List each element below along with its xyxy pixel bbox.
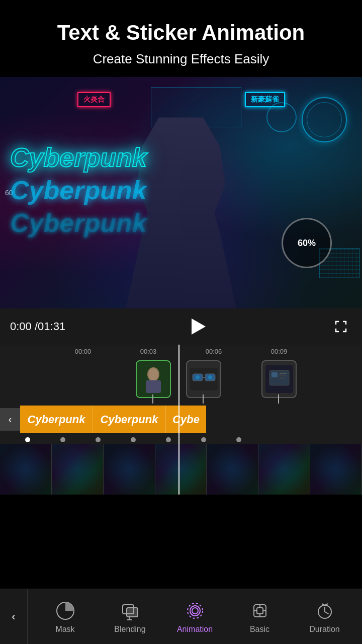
animation-label: Animation <box>177 625 213 634</box>
page-subtitle: Create Stunning Effects Easily <box>10 51 352 67</box>
animation-icon <box>184 600 206 622</box>
hud-circle-large <box>302 97 347 142</box>
basic-icon <box>249 600 271 622</box>
dot-5 <box>166 437 171 442</box>
play-icon <box>192 318 206 335</box>
nav-back-button[interactable]: ‹ <box>0 589 28 645</box>
fullscreen-button[interactable] <box>330 315 352 338</box>
svg-point-9 <box>208 375 212 379</box>
toolbar-item-blending[interactable]: Blending <box>110 600 150 634</box>
connector-3 <box>278 394 279 404</box>
film-frame-7 <box>310 444 362 495</box>
svg-rect-25 <box>257 608 263 614</box>
toolbar-items: Mask Blending A <box>28 600 362 634</box>
svg-point-2 <box>148 368 158 380</box>
page-title: Text & Sticker Animation <box>10 20 352 45</box>
percent-value: 60% <box>298 238 316 249</box>
sticker-thumb-1 <box>138 364 168 394</box>
text-block-1[interactable]: Cyberpunk <box>20 406 93 433</box>
sticker-track <box>0 358 362 404</box>
sticker-2[interactable] <box>186 360 221 398</box>
dot-6 <box>201 437 206 442</box>
header-section: Text & Sticker Animation Create Stunning… <box>0 0 362 77</box>
bottom-toolbar: ‹ Mask Blending <box>0 589 362 644</box>
text-block-2[interactable]: Cyberpunk <box>93 406 166 433</box>
fullscreen-icon <box>334 319 348 334</box>
svg-rect-3 <box>146 380 161 393</box>
filmstrip <box>0 444 362 495</box>
duration-icon <box>314 600 336 622</box>
dot-7 <box>236 437 241 442</box>
sticker-thumb-3 <box>264 364 294 394</box>
svg-point-8 <box>196 375 200 379</box>
video-preview: 火炎合 新豪蘇雀 60 Cyberpunk Cyberpunk Cyberpun… <box>0 77 362 308</box>
film-frame-2 <box>52 444 104 495</box>
timeline-section: 00:00 00:03 00:06 00:09 <box>0 345 362 495</box>
basic-label: Basic <box>250 625 269 634</box>
text-block-3[interactable]: Cybe <box>166 406 206 433</box>
sticker-thumb-2 <box>189 364 219 394</box>
svg-rect-18 <box>127 608 138 617</box>
dot-1 <box>25 437 30 442</box>
hud-circle-small <box>266 102 297 132</box>
film-frame-4 <box>155 444 207 495</box>
film-frame-3 <box>104 444 155 495</box>
toolbar-item-animation[interactable]: Animation <box>175 600 215 634</box>
percent-indicator: 60% <box>282 218 332 268</box>
svg-line-32 <box>325 612 328 614</box>
toolbar-item-duration[interactable]: Duration <box>305 600 345 634</box>
ruler-mark-0: 00:00 <box>50 348 116 355</box>
connector-2 <box>203 394 204 404</box>
dot-2 <box>60 437 65 442</box>
blending-label: Blending <box>114 625 145 634</box>
ruler-marks: 00:00 00:03 00:06 00:09 <box>0 348 362 355</box>
timeline-ruler: 00:00 00:03 00:06 00:09 <box>0 345 362 358</box>
mask-label: Mask <box>55 625 74 634</box>
neon-sign-1: 火炎合 <box>77 92 111 107</box>
time-display: 0:00 /01:31 <box>10 320 65 333</box>
text-track-back-button[interactable]: ‹ <box>0 408 20 431</box>
sticker-3[interactable] <box>261 360 297 398</box>
text-blocks: Cyberpunk Cyberpunk Cybe <box>20 406 362 433</box>
ruler-mark-2: 00:06 <box>181 348 246 355</box>
mask-icon <box>54 600 76 622</box>
sticker-1[interactable] <box>136 360 171 398</box>
blending-icon <box>119 600 141 622</box>
dot-3 <box>96 437 101 442</box>
dots-row <box>0 435 362 444</box>
ruler-mark-1: 00:03 <box>116 348 181 355</box>
play-button[interactable] <box>187 315 209 338</box>
cyber-text-1: Cyberpunk <box>10 142 147 173</box>
film-frame-6 <box>258 444 310 495</box>
cyber-text-3: Cyberpunk <box>10 208 147 238</box>
connector-1 <box>152 394 153 404</box>
svg-point-23 <box>192 608 198 614</box>
playhead <box>178 345 179 495</box>
ruler-mark-3: 00:09 <box>246 348 312 355</box>
film-frame-1 <box>0 444 52 495</box>
video-background: 火炎合 新豪蘇雀 60 Cyberpunk Cyberpunk Cyberpun… <box>0 77 362 308</box>
duration-label: Duration <box>309 625 339 634</box>
toolbar-item-mask[interactable]: Mask <box>45 600 85 634</box>
text-track: ‹ Cyberpunk Cyberpunk Cybe <box>0 406 362 433</box>
playback-bar: 0:00 /01:31 <box>0 308 362 345</box>
cyber-text-2: Cyberpunk <box>10 175 147 205</box>
svg-rect-12 <box>272 372 278 377</box>
dot-4 <box>131 437 136 442</box>
toolbar-item-basic[interactable]: Basic <box>240 600 280 634</box>
film-frame-5 <box>207 444 258 495</box>
